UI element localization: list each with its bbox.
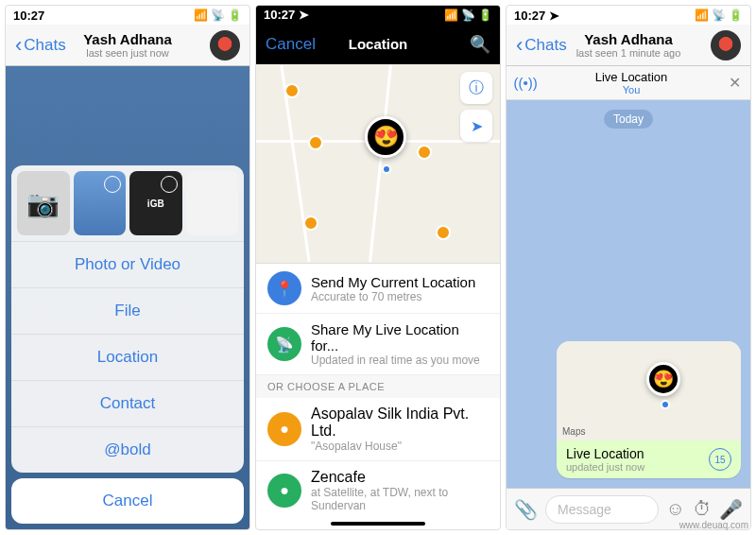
place-row[interactable]: ● Zencafe at Satellite, at TDW, next to … [256, 461, 500, 518]
row-title: Share My Live Location for... [311, 321, 489, 354]
place-subtitle: "Asopalav House" [311, 440, 489, 453]
home-indicator[interactable] [331, 522, 425, 526]
timer-badge: 15 [709, 448, 731, 471]
row-title: Send My Current Location [311, 274, 475, 290]
banner-you: You [623, 84, 641, 95]
chat-area[interactable]: Today 😍 Maps Live Location updated just … [507, 100, 750, 488]
bubble-title: Live Location [566, 446, 644, 461]
timer-button[interactable]: ⏱ [693, 498, 712, 520]
map-poi-icon [308, 135, 323, 150]
nav-bar: Cancel Location 🔍 [256, 24, 500, 64]
avatar[interactable] [711, 30, 741, 60]
bubble-map-preview: 😍 Maps [557, 341, 741, 440]
banner-title: Live Location [595, 70, 668, 84]
nav-bar: ‹ Chats Yash Adhana last seen 1 minute a… [507, 25, 750, 66]
nav-title-block[interactable]: Yash Adhana last seen 1 minute ago [576, 31, 681, 59]
broadcast-icon: ((•)) [516, 74, 535, 93]
attachment-sheet: 📷 iGB Photo or Video File Location Conta… [11, 165, 244, 473]
share-live-location[interactable]: 📡 Share My Live Location for... Updated … [256, 314, 500, 375]
menu-photo-video[interactable]: Photo or Video [11, 241, 244, 287]
selection-ring [161, 176, 178, 193]
action-sheet-backdrop[interactable]: 📷 iGB Photo or Video File Location Conta… [6, 66, 249, 529]
pin-icon: 📍 [267, 271, 301, 305]
cancel-button[interactable]: Cancel [266, 35, 316, 54]
signal-icon: 📶 [695, 9, 709, 22]
camera-icon: 📷 [26, 188, 60, 219]
battery-icon: 🔋 [729, 9, 743, 22]
date-pill: Today [604, 110, 653, 129]
wifi-icon: 📡 [211, 9, 225, 22]
mic-button[interactable]: 🎤 [719, 498, 743, 521]
broadcast-icon: 📡 [267, 327, 301, 361]
selection-ring [104, 176, 121, 193]
timer-icon: ⏱ [693, 498, 712, 519]
message-bubble-live-location[interactable]: 😍 Maps Live Location updated just now 15 [557, 341, 741, 478]
screen-attachment-menu: 10:27 📶 📡 🔋 ‹ Chats Yash Adhana last see… [5, 5, 250, 530]
info-icon: ⓘ [469, 78, 484, 98]
signal-icon: 📶 [194, 9, 208, 22]
battery-icon: 🔋 [478, 9, 492, 22]
chat-subtitle: last seen 1 minute ago [576, 47, 681, 59]
location-list[interactable]: 📍 Send My Current Location Accurate to 7… [256, 263, 500, 518]
menu-location[interactable]: Location [11, 334, 244, 380]
bubble-footer: Live Location updated just now 15 [557, 440, 741, 478]
screen-chat-live-location: 10:27 ➤ 📶 📡 🔋 ‹ Chats Yash Adhana last s… [506, 5, 751, 530]
status-icons: 📶 📡 🔋 [194, 9, 242, 22]
nav-title-block[interactable]: Yash Adhana last seen just now [83, 31, 172, 59]
back-button[interactable]: ‹ Chats [516, 33, 567, 58]
search-icon: 🔍 [470, 35, 490, 54]
user-dot-icon [382, 164, 391, 174]
chat-subtitle: last seen just now [83, 47, 172, 59]
page-title: Location [349, 36, 408, 52]
status-bar: 10:27 ➤ 📶 📡 🔋 [256, 6, 500, 24]
photo-thumb-1[interactable] [74, 171, 127, 235]
status-time: 10:27 [13, 9, 44, 23]
menu-file[interactable]: File [11, 287, 244, 334]
place-subtitle: at Satellite, at TDW, next to Sundervan [311, 486, 489, 512]
place-icon: ● [267, 474, 301, 508]
send-current-location[interactable]: 📍 Send My Current Location Accurate to 7… [256, 264, 500, 314]
chat-name: Yash Adhana [83, 31, 172, 47]
live-location-banner[interactable]: ((•)) Live Location You ✕ [507, 66, 750, 100]
row-subtitle: Accurate to 70 metres [311, 290, 475, 303]
section-header: OR CHOOSE A PLACE [256, 375, 500, 398]
attach-button[interactable]: 📎 [514, 498, 538, 521]
user-dot-icon [661, 400, 670, 409]
map-view[interactable]: 😍 ⓘ ➤ [256, 64, 500, 263]
map-poi-icon [303, 216, 318, 231]
photo-thumbnails: 📷 iGB [11, 165, 244, 241]
back-label: Chats [24, 36, 65, 55]
menu-bold[interactable]: @bold [11, 426, 244, 473]
map-poi-icon [436, 225, 451, 240]
search-button[interactable]: 🔍 [470, 34, 490, 55]
place-title: Asopalav Silk India Pvt. Ltd. [311, 406, 489, 440]
message-input[interactable]: Message [545, 495, 659, 524]
sticker-button[interactable]: ☺ [666, 498, 685, 520]
close-banner-button[interactable]: ✕ [729, 74, 741, 92]
chat-background: 📷 iGB Photo or Video File Location Conta… [6, 66, 249, 529]
location-arrow-icon: ➤ [471, 117, 483, 135]
map-poi-icon [417, 145, 432, 160]
avatar[interactable] [210, 30, 240, 60]
user-location-pin: 😍 [365, 116, 406, 158]
sticker-icon: ☺ [666, 498, 685, 519]
photo-thumb-3[interactable] [186, 171, 239, 235]
bubble-subtitle: updated just now [566, 461, 644, 473]
camera-button[interactable]: 📷 [17, 171, 70, 235]
chat-name: Yash Adhana [576, 31, 681, 47]
photo-thumb-2[interactable]: iGB [129, 171, 182, 235]
place-row[interactable]: ● Asopalav Silk India Pvt. Ltd. "Asopala… [256, 398, 500, 461]
place-icon: ● [267, 412, 301, 446]
map-locate-button[interactable]: ➤ [460, 110, 492, 142]
back-button[interactable]: ‹ Chats [15, 33, 66, 58]
row-subtitle: Updated in real time as you move [311, 354, 489, 367]
map-poi-icon [284, 83, 300, 98]
watermark: www.deuaq.com [679, 520, 748, 530]
paperclip-icon: 📎 [514, 499, 538, 520]
status-icons: 📶 📡 🔋 [695, 9, 743, 22]
chevron-left-icon: ‹ [15, 33, 22, 58]
back-label: Chats [524, 36, 566, 55]
cancel-button[interactable]: Cancel [11, 478, 244, 524]
map-info-button[interactable]: ⓘ [460, 72, 492, 104]
menu-contact[interactable]: Contact [11, 380, 244, 426]
